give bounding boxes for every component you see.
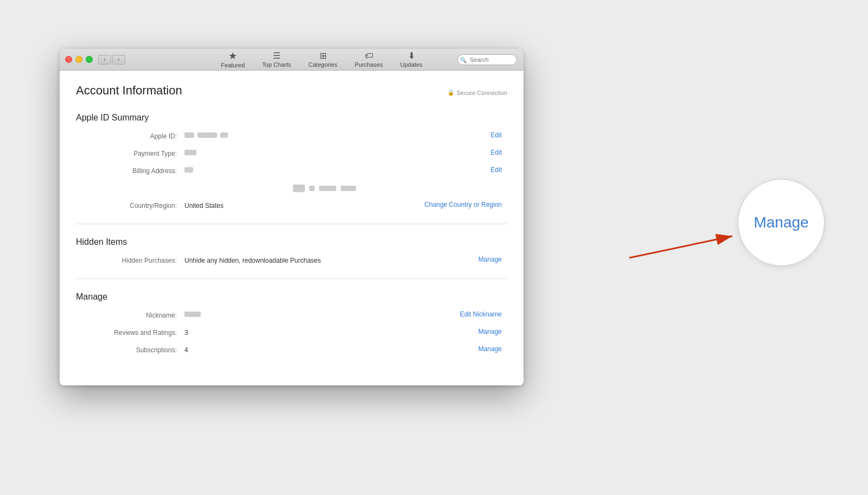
secure-label: Secure Connection	[456, 90, 507, 96]
apple-id-value	[184, 131, 490, 138]
redacted-block	[309, 186, 315, 191]
page-title: Account Information	[76, 84, 182, 98]
billing-address-label: Billing Address:	[76, 166, 184, 175]
subscriptions-label: Subscriptions:	[76, 345, 184, 354]
hidden-purchases-label: Hidden Purchases:	[76, 256, 184, 264]
hidden-items-title: Hidden Items	[76, 237, 507, 247]
redacted-block	[319, 186, 336, 191]
payment-type-value	[184, 149, 490, 155]
billing-address-extra-row	[184, 183, 507, 195]
redacted-block	[184, 150, 196, 155]
categories-label: Categories	[309, 61, 337, 68]
apple-id-edit-link[interactable]: Edit	[490, 131, 507, 139]
nickname-row: Nickname: Edit Nickname	[76, 310, 507, 322]
nav-arrows: ‹ ›	[98, 55, 125, 65]
reviews-ratings-label: Reviews and Ratings:	[76, 328, 184, 337]
redacted-block	[341, 186, 356, 191]
section-apple-id-summary: Apple ID Summary Apple ID: Edit Payment …	[76, 113, 507, 213]
country-region-text: United States	[184, 202, 224, 210]
apple-id-summary-title: Apple ID Summary	[76, 113, 507, 123]
toolbar-item-updates[interactable]: ⬇ Updates	[392, 49, 431, 70]
search-box[interactable]	[457, 54, 517, 65]
manage-circle-text: Manage	[754, 214, 808, 231]
redacted-block	[293, 185, 305, 192]
back-button[interactable]: ‹	[98, 55, 111, 65]
forward-button[interactable]: ›	[112, 55, 125, 65]
subscriptions-row: Subscriptions: 4 Manage	[76, 345, 507, 357]
redacted-block	[220, 132, 228, 138]
billing-address-edit-link[interactable]: Edit	[490, 166, 507, 174]
redacted-block	[184, 167, 193, 173]
toolbar-item-featured[interactable]: ★ Featured	[212, 49, 253, 71]
featured-icon: ★	[228, 51, 237, 61]
top-charts-icon: ☰	[273, 52, 280, 60]
lock-icon: 🔒	[448, 90, 454, 96]
redacted-block	[184, 312, 201, 317]
country-region-value: United States	[184, 201, 424, 210]
payment-type-row: Payment Type: Edit	[76, 149, 507, 161]
updates-icon: ⬇	[408, 52, 415, 60]
subscriptions-manage-link[interactable]: Manage	[478, 345, 507, 353]
divider-1	[76, 224, 507, 224]
content-area: Account Information 🔒 Secure Connection …	[60, 71, 524, 385]
reviews-ratings-value: 3	[184, 328, 478, 337]
secure-connection-badge: 🔒 Secure Connection	[448, 90, 507, 96]
titlebar: ‹ › ★ Featured ☰ Top Charts ⊞ Categories…	[60, 49, 524, 71]
redacted-block	[197, 132, 217, 138]
desktop: ‹ › ★ Featured ☰ Top Charts ⊞ Categories…	[0, 0, 868, 495]
section-hidden-items: Hidden Items Hidden Purchases: Unhide an…	[76, 237, 507, 268]
country-region-row: Country/Region: United States Change Cou…	[76, 201, 507, 213]
purchases-icon: 🏷	[365, 52, 373, 60]
manage-circle: Manage	[738, 179, 825, 266]
minimize-button[interactable]	[75, 56, 82, 63]
billing-address-row: Billing Address: Edit	[76, 166, 507, 178]
search-input[interactable]	[457, 54, 517, 65]
subscriptions-value: 4	[184, 345, 478, 354]
maximize-button[interactable]	[86, 56, 93, 63]
annotation-area: Manage	[597, 152, 857, 326]
top-charts-label: Top Charts	[262, 61, 291, 68]
updates-label: Updates	[400, 61, 423, 68]
apple-id-label: Apple ID:	[76, 131, 184, 140]
change-country-link[interactable]: Change Country or Region	[424, 201, 507, 208]
purchases-label: Purchases	[355, 61, 383, 68]
apple-id-row: Apple ID: Edit	[76, 131, 507, 143]
reviews-manage-link[interactable]: Manage	[478, 328, 507, 335]
billing-address-extra-value	[184, 183, 507, 192]
payment-type-label: Payment Type:	[76, 149, 184, 157]
redacted-block	[184, 132, 194, 138]
annotation-arrow-svg	[597, 152, 857, 326]
app-window: ‹ › ★ Featured ☰ Top Charts ⊞ Categories…	[60, 49, 524, 385]
manage-title: Manage	[76, 292, 507, 302]
toolbar-item-categories[interactable]: ⊞ Categories	[300, 49, 346, 70]
traffic-lights	[65, 56, 93, 63]
categories-icon: ⊞	[320, 52, 327, 60]
svg-line-1	[629, 236, 732, 258]
reviews-ratings-row: Reviews and Ratings: 3 Manage	[76, 328, 507, 340]
nickname-value	[184, 310, 460, 317]
hidden-purchases-value: Unhide any hidden, redownloadable Purcha…	[184, 256, 478, 264]
toolbar-item-top-charts[interactable]: ☰ Top Charts	[253, 49, 299, 70]
edit-nickname-link[interactable]: Edit Nickname	[460, 310, 507, 318]
close-button[interactable]	[65, 56, 72, 63]
hidden-purchases-row: Hidden Purchases: Unhide any hidden, red…	[76, 256, 507, 268]
toolbar-item-purchases[interactable]: 🏷 Purchases	[346, 49, 392, 70]
hidden-purchases-manage-link[interactable]: Manage	[478, 256, 507, 263]
country-region-label: Country/Region:	[76, 201, 184, 210]
billing-address-value	[184, 166, 490, 173]
divider-2	[76, 278, 507, 279]
featured-label: Featured	[221, 62, 245, 68]
nickname-label: Nickname:	[76, 310, 184, 319]
payment-type-edit-link[interactable]: Edit	[490, 149, 507, 156]
section-manage: Manage Nickname: Edit Nickname Reviews a…	[76, 292, 507, 357]
